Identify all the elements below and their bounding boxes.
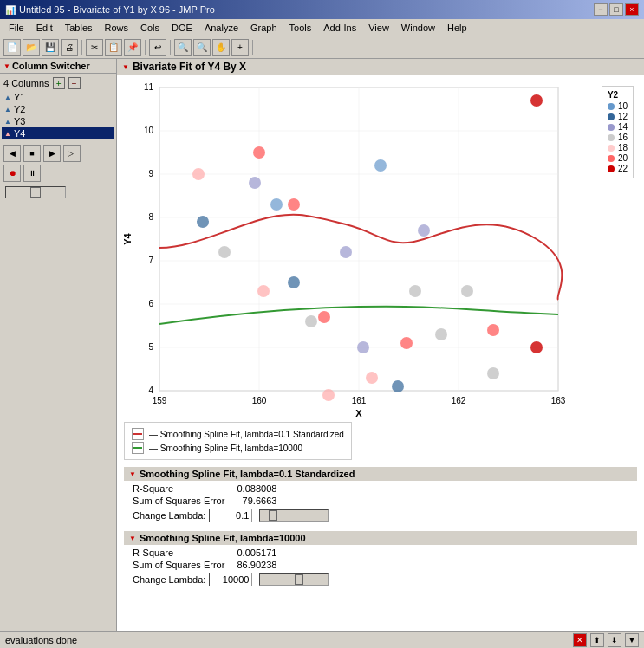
spline1-lambda-thumb[interactable] <box>269 510 277 521</box>
anim-row-2: ⏺ ⏸ <box>3 165 113 182</box>
bivariate-collapse-icon[interactable]: ▼ <box>122 63 129 71</box>
maximize-button[interactable]: □ <box>609 3 623 16</box>
tb-cut[interactable]: ✂ <box>86 39 103 56</box>
legend-dot-22 <box>608 165 615 172</box>
status-forward-button[interactable]: ⬇ <box>608 633 621 647</box>
spline2-lambda-thumb[interactable] <box>295 574 303 585</box>
fit-green-icon <box>132 442 144 454</box>
svg-point-43 <box>487 367 499 379</box>
column-item-y3[interactable]: ▲ Y3 <box>2 115 114 127</box>
tb-new[interactable]: 📄 <box>3 39 21 56</box>
animation-controls: ◀ ■ ▶ ▷| ⏺ ⏸ <box>0 141 116 204</box>
window-title: Untitled 95 - Bivariate of Y1 by X 96 - … <box>19 4 215 15</box>
fit-legend-red: — Smoothing Spline Fit, lambda=0.1 Stand… <box>132 428 344 440</box>
svg-point-42 <box>461 285 473 297</box>
column-item-y2[interactable]: ▲ Y2 <box>2 103 114 115</box>
add-column-button[interactable]: + <box>53 77 65 89</box>
menu-edit[interactable]: Edit <box>31 22 58 34</box>
animation-slider[interactable] <box>5 186 66 198</box>
tb-hand[interactable]: ✋ <box>212 39 230 56</box>
anim-record[interactable]: ⏺ <box>3 165 21 182</box>
spline2-stats-table: R-Square 0.005171 Sum of Squares Error 8… <box>133 547 283 571</box>
menu-rows[interactable]: Rows <box>100 22 134 34</box>
menu-analyze[interactable]: Analyze <box>199 22 244 34</box>
status-right: ✕ ⬆ ⬇ ▼ <box>573 633 639 647</box>
spline2-lambda-row: Change Lambda: <box>133 573 637 586</box>
status-stop-button[interactable]: ✕ <box>573 633 587 647</box>
svg-point-49 <box>288 198 300 211</box>
svg-text:163: 163 <box>551 396 566 405</box>
spline2-lambda-input[interactable] <box>209 573 252 586</box>
menu-file[interactable]: File <box>3 22 29 34</box>
legend-item-10: 10 <box>608 101 628 111</box>
menu-addins[interactable]: Add-Ins <box>318 22 361 34</box>
panel-collapse-icon[interactable]: ▼ <box>3 62 10 70</box>
animation-slider-thumb[interactable] <box>30 187 41 198</box>
menu-doe[interactable]: DOE <box>166 22 198 34</box>
column-switcher-header: ▼ Column Switcher <box>0 59 116 74</box>
bivariate-title: Bivariate Fit of Y4 By X <box>133 61 246 73</box>
legend-dot-14 <box>608 124 615 131</box>
legend-label-14: 14 <box>618 122 628 132</box>
legend-item-22: 22 <box>608 164 628 173</box>
menu-tools[interactable]: Tools <box>284 22 317 34</box>
right-panel: ▼ Bivariate Fit of Y4 By X <box>117 59 644 631</box>
svg-point-39 <box>305 315 317 327</box>
tb-zoom-out[interactable]: 🔍 <box>193 39 211 56</box>
scatter-plot[interactable]: 4 5 6 7 8 9 10 11 159 160 161 162 163 X … <box>120 79 615 417</box>
legend-label-16: 16 <box>618 133 628 142</box>
menu-help[interactable]: Help <box>442 22 472 34</box>
menu-window[interactable]: Window <box>396 22 440 34</box>
anim-play-back[interactable]: ◀ <box>3 145 21 162</box>
svg-point-41 <box>435 328 447 340</box>
legend-dot-18 <box>608 145 615 152</box>
spline1-lambda-slider[interactable] <box>259 509 329 522</box>
y1-icon: ▲ <box>4 94 11 101</box>
anim-pause[interactable]: ⏸ <box>23 165 41 182</box>
anim-step[interactable]: ▷| <box>63 145 81 162</box>
fit-red-icon <box>132 428 144 440</box>
spline1-title: Smoothing Spline Fit, lambda=0.1 Standar… <box>140 469 355 479</box>
tb-copy[interactable]: 📋 <box>105 39 122 56</box>
menu-cols[interactable]: Cols <box>135 22 165 34</box>
status-text: evaluations done <box>5 635 77 645</box>
spline2-title: Smoothing Spline Fit, lambda=10000 <box>140 533 306 543</box>
spline1-lambda-input[interactable] <box>209 509 252 522</box>
svg-point-29 <box>270 198 283 211</box>
legend-label-10: 10 <box>618 101 628 111</box>
legend-dot-16 <box>608 134 615 141</box>
tb-open[interactable]: 📂 <box>23 39 40 56</box>
remove-column-button[interactable]: − <box>68 77 81 89</box>
tb-paste[interactable]: 📌 <box>124 39 141 56</box>
legend-dot-20 <box>608 155 615 162</box>
tb-save[interactable]: 💾 <box>42 39 59 56</box>
spline1-rsquare-label: R-Square <box>133 483 231 495</box>
y2-label: Y2 <box>14 104 25 114</box>
status-menu-button[interactable]: ▼ <box>625 633 639 647</box>
spline2-sse-value: 86.90238 <box>231 559 283 571</box>
column-item-y4[interactable]: ▲ Y4 <box>2 127 114 139</box>
svg-point-44 <box>192 168 205 180</box>
anim-play-forward[interactable]: ▶ <box>43 145 61 162</box>
spline1-section: ▼ Smoothing Spline Fit, lambda=0.1 Stand… <box>117 462 644 526</box>
spline1-rsquare-value: 0.088008 <box>231 483 283 495</box>
tb-plus[interactable]: + <box>231 39 249 56</box>
minimize-button[interactable]: − <box>594 3 608 16</box>
svg-text:159: 159 <box>153 396 167 405</box>
column-item-y1[interactable]: ▲ Y1 <box>2 91 114 103</box>
tb-print[interactable]: 🖨 <box>61 39 78 56</box>
spline1-rsquare-row: R-Square 0.088008 <box>133 483 283 495</box>
menu-view[interactable]: View <box>363 22 394 34</box>
tb-undo[interactable]: ↩ <box>149 39 166 56</box>
bivariate-header: ▼ Bivariate Fit of Y4 By X <box>117 59 644 75</box>
spline2-collapse-icon[interactable]: ▼ <box>129 535 136 542</box>
anim-stop[interactable]: ■ <box>23 145 41 162</box>
menu-graph[interactable]: Graph <box>245 22 283 34</box>
status-back-button[interactable]: ⬆ <box>590 633 604 647</box>
menu-tables[interactable]: Tables <box>60 22 98 34</box>
spline2-lambda-slider[interactable] <box>259 573 329 586</box>
legend-label-18: 18 <box>618 143 628 152</box>
close-button[interactable]: × <box>625 3 639 16</box>
tb-zoom-in[interactable]: 🔍 <box>174 39 192 56</box>
spline1-collapse-icon[interactable]: ▼ <box>129 470 136 478</box>
